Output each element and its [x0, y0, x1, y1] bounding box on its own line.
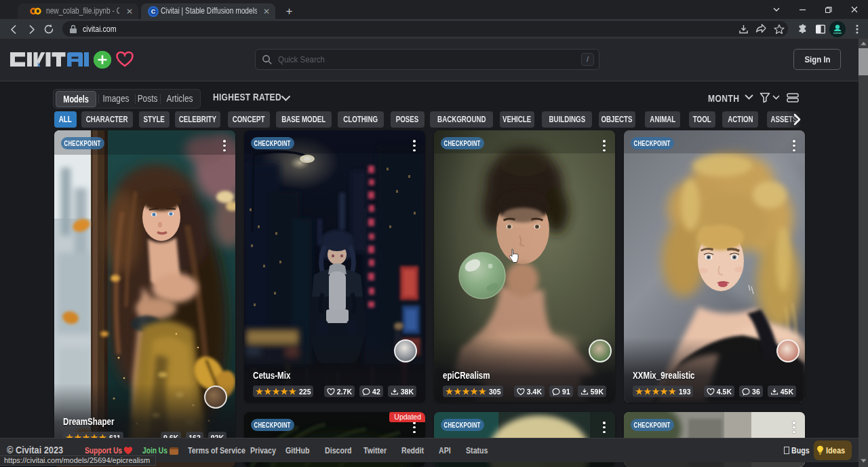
- svg-text:southside: southside: [833, 32, 842, 35]
- svg-text:C: C: [151, 8, 156, 15]
